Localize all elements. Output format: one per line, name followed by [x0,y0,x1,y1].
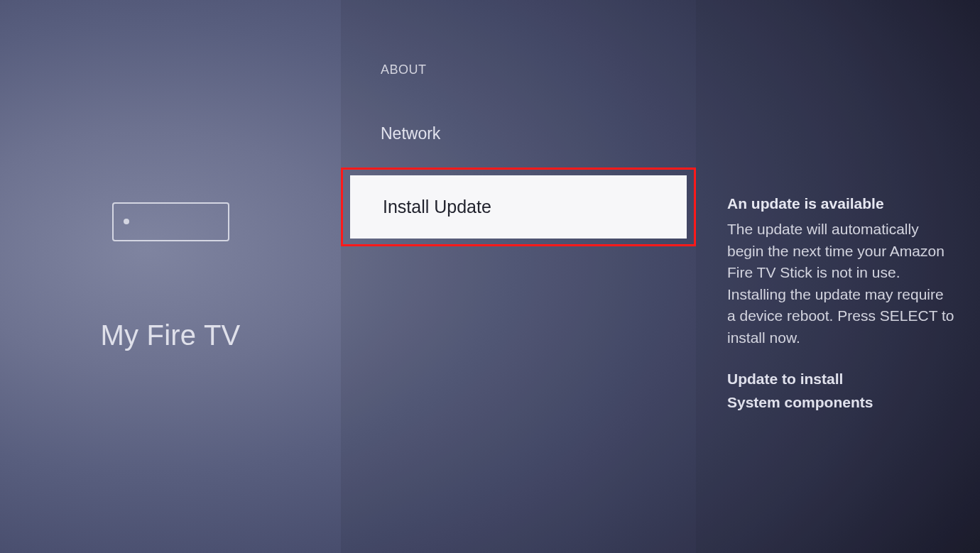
detail-heading: An update is available [727,193,954,214]
left-panel: My Fire TV [0,0,341,553]
menu-item-label: Install Update [350,175,687,239]
detail-panel: An update is available The update will a… [696,0,980,553]
detail-sub-1: Update to install [727,368,954,390]
menu-item-network[interactable]: Network [341,109,696,159]
detail-body: The update will automatically begin the … [727,219,954,349]
fire-tv-stick-icon [112,202,229,241]
detail-sub-2: System components [727,392,954,413]
section-label: ABOUT [341,62,696,109]
settings-menu: ABOUT Network Install Update [341,0,696,553]
menu-item-install-update[interactable]: Install Update [341,168,696,246]
page-title: My Fire TV [101,319,241,351]
